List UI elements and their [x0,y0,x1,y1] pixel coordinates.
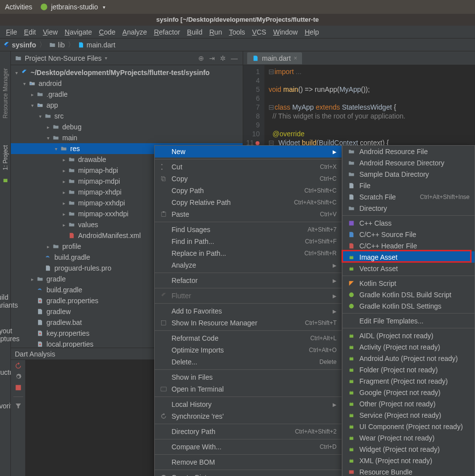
ctx-copy-relative-path[interactable]: Copy Relative PathCtrl+Alt+Shift+C [155,197,342,208]
svg-point-3 [39,300,41,302]
tree-node-main[interactable]: ▾main [11,132,243,143]
new-sample-data-directory[interactable]: Sample Data Directory [343,168,475,180]
close-tab-icon[interactable]: × [294,55,297,62]
new-vector-asset[interactable]: Vector Asset [343,263,475,274]
ctx-analyze[interactable]: Analyze▶ [155,259,342,271]
filter-icon[interactable] [14,402,22,410]
ctx-new[interactable]: New▶ [155,146,342,158]
dropdown-icon[interactable]: ▾ [105,55,107,61]
ctx-compare-with---[interactable]: Compare With...Ctrl+D [155,441,342,453]
svg-rect-6 [161,176,164,180]
ctx-directory-path[interactable]: Directory PathCtrl+Alt+Shift+2 [155,426,342,437]
new-scratch-file[interactable]: Scratch FileCtrl+Alt+Shift+Inse [343,191,475,202]
project-header-label[interactable]: Project Non-Source Files [25,54,102,62]
ctx-find-in-path---[interactable]: Find in Path...Ctrl+Shift+F [155,236,342,247]
new-edit-file-templates---[interactable]: Edit File Templates... [343,315,475,326]
breadcrumb-folder[interactable]: lib [49,41,65,49]
tree-node--gradle[interactable]: ▸.gradle [11,89,243,100]
resource-manager-tool[interactable]: Resource Manager [2,66,9,120]
breadcrumb-file-label: main.dart [86,41,115,49]
ctx-add-to-favorites[interactable]: Add to Favorites▶ [155,305,342,317]
ctx-copy-path[interactable]: Copy PathCtrl+Shift+C [155,185,342,197]
menu-help[interactable]: Help [302,28,322,36]
menu-analyze[interactable]: Analyze [120,28,150,36]
tree-node-android[interactable]: ▾android [11,78,243,89]
ctx-open-in-terminal[interactable]: Open in Terminal [155,383,342,395]
ctx-remove-bom[interactable]: Remove BOM [155,456,342,468]
new-image-asset[interactable]: Image Asset [343,251,475,263]
ctx-refactor[interactable]: Refactor▶ [155,275,342,286]
new-directory[interactable]: Directory [343,202,475,214]
new-fragment--project-not-ready-[interactable]: Fragment (Project not ready) [343,375,475,387]
new-wear--project-not-ready-[interactable]: Wear (Project not ready) [343,432,475,443]
menu-window[interactable]: Window [270,28,301,36]
android-icon [1,176,9,184]
hide-icon[interactable]: — [231,54,239,62]
context-menu[interactable]: New▶CutCtrl+XCopyCtrl+CCopy PathCtrl+Shi… [154,145,342,476]
restart-icon[interactable] [14,384,22,392]
tree-node-debug[interactable]: ▸debug [11,121,243,132]
breadcrumb-project[interactable]: sysinfo [3,41,36,49]
ctx-show-in-files[interactable]: Show in Files [155,371,342,383]
ctx-synchronize--res-[interactable]: Synchronize 'res' [155,410,342,422]
gear-icon[interactable] [14,373,22,381]
ctx-find-usages[interactable]: Find UsagesAlt+Shift+7 [155,224,342,236]
new-widget--project-not-ready-[interactable]: Widget (Project not ready) [343,443,475,455]
locate-icon[interactable]: ⊕ [198,54,206,62]
new-other--project-not-ready-[interactable]: Other (Project not ready) [343,398,475,409]
tree-node-app[interactable]: ▾app [11,100,243,111]
new-folder--project-not-ready-[interactable]: Folder (Project not ready) [343,364,475,375]
new-ui-component--project-not-ready-[interactable]: UI Component (Project not ready) [343,421,475,432]
new-c-c---header-file[interactable]: C/C++ Header File [343,240,475,251]
new-c---class[interactable]: C++ Class [343,217,475,229]
layout-captures-tool[interactable]: Layout Captures [0,327,19,343]
menu-tools[interactable]: Tools [226,28,248,36]
collapse-icon[interactable]: ⇥ [209,54,217,62]
menu-refactor[interactable]: Refactor [151,28,183,36]
new-activity--project-not-ready-[interactable]: Activity (Project not ready) [343,341,475,353]
editor-tab[interactable]: main.dart × [247,52,302,64]
new-service--project-not-ready-[interactable]: Service (Project not ready) [343,409,475,421]
menu-edit[interactable]: Edit [21,28,39,36]
menu-run[interactable]: Run [206,28,225,36]
activities-button[interactable]: Activities [5,3,32,11]
new-c-c---source-file[interactable]: C/C++ Source File [343,229,475,240]
new-google--project-not-ready-[interactable]: Google (Project not ready) [343,387,475,398]
build-variants-tool[interactable]: Build Variants [0,293,18,309]
ctx-show-in-resource-manager[interactable]: Show In Resource ManagerCtrl+Shift+T [155,317,342,329]
ctx-cut[interactable]: CutCtrl+X [155,161,342,173]
breadcrumb-file[interactable]: main.dart [78,41,115,49]
new-kotlin-script[interactable]: Kotlin Script [343,278,475,289]
new-aidl--project-not-ready-[interactable]: AIDL (Project not ready) [343,330,475,341]
ctx-optimize-imports[interactable]: Optimize ImportsCtrl+Alt+O [155,344,342,356]
new-android-resource-directory[interactable]: Android Resource Directory [343,157,475,168]
menu-build[interactable]: Build [184,28,205,36]
new-android-auto--project-not-ready-[interactable]: Android Auto (Project not ready) [343,353,475,364]
ctx-paste[interactable]: PasteCtrl+V [155,208,342,220]
new-gradle-kotlin-dsl-build-script[interactable]: Gradle Kotlin DSL Build Script [343,289,475,300]
ctx-delete---[interactable]: Delete...Delete [155,356,342,368]
new-submenu[interactable]: Android Resource FileAndroid Resource Di… [342,145,475,476]
app-menu[interactable]: jetbrains-studio ▾ [40,3,105,11]
menu-vcs[interactable]: VCS [249,28,269,36]
menu-navigate[interactable]: Navigate [62,28,95,36]
ctx-create-gist---[interactable]: Create Gist... [155,472,342,476]
ctx-copy[interactable]: CopyCtrl+C [155,173,342,185]
new-gradle-kotlin-dsl-settings[interactable]: Gradle Kotlin DSL Settings [343,300,475,312]
gear-icon[interactable]: ✲ [220,54,228,62]
project-tool[interactable]: 1: Project [2,143,9,172]
ctx-local-history[interactable]: Local History▶ [155,398,342,410]
new-xml--project-not-ready-[interactable]: XML (Project not ready) [343,455,475,466]
tree-root[interactable]: ▾~/Desktop/development/MyProjects/flutte… [11,67,243,78]
tree-node-src[interactable]: ▾src [11,111,243,121]
menu-code[interactable]: Code [96,28,118,36]
new-file[interactable]: File [343,180,475,191]
ctx-reformat-code[interactable]: Reformat CodeCtrl+Alt+L [155,332,342,344]
menu-file[interactable]: File [3,28,20,36]
main-menu-bar: FileEditViewNavigateCodeAnalyzeRefactorB… [0,26,475,39]
refresh-icon[interactable] [14,362,22,370]
ctx-replace-in-path---[interactable]: Replace in Path...Ctrl+Shift+R [155,247,342,259]
menu-view[interactable]: View [40,28,61,36]
new-resource-bundle[interactable]: Resource Bundle [343,466,475,476]
new-android-resource-file[interactable]: Android Resource File [343,146,475,157]
